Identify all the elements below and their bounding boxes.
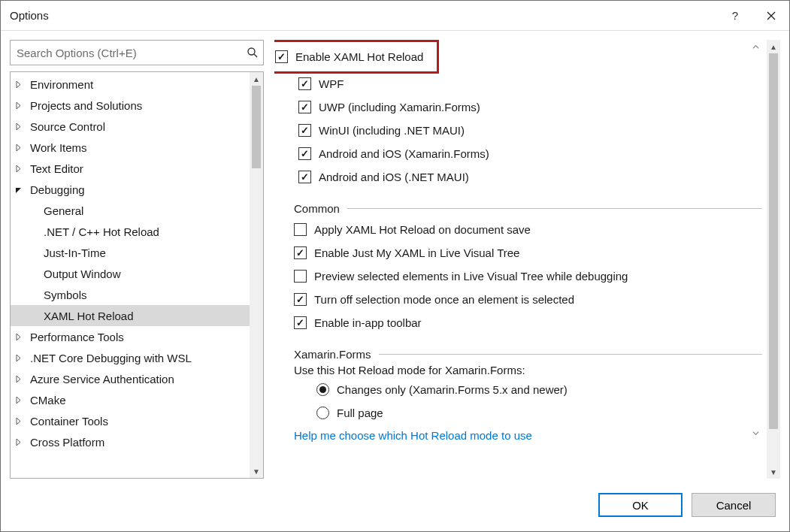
svg-line-1 <box>254 54 257 57</box>
chevron-right-icon <box>15 123 26 130</box>
tree-item[interactable]: Cross Platform <box>11 431 250 452</box>
common-option-checkbox[interactable]: Apply XAML Hot Reload on document save <box>274 218 762 241</box>
checkbox-label: UWP (including Xamarin.Forms) <box>319 101 480 113</box>
xamarin-section-header: Xamarin.Forms <box>274 348 762 361</box>
tree-item[interactable]: .NET / C++ Hot Reload <box>11 221 250 242</box>
tree-item[interactable]: Just-In-Time <box>11 242 250 263</box>
tree-item-label: Source Control <box>30 120 105 133</box>
platform-checkbox[interactable]: Android and iOS (.NET MAUI) <box>274 165 762 189</box>
radio-icon <box>316 407 329 419</box>
chevron-right-icon <box>15 397 26 404</box>
tree-item[interactable]: Source Control <box>11 116 250 137</box>
tree-item-label: General <box>44 204 83 217</box>
checkbox-label: WinUI (including .NET MAUI) <box>319 124 465 137</box>
checkbox-label: Turn off selection mode once an element … <box>314 293 574 306</box>
chevron-right-icon <box>15 165 26 172</box>
tree-item[interactable]: Output Window <box>11 263 250 284</box>
scroll-up-icon[interactable]: ▲ <box>767 40 780 53</box>
search-input[interactable] <box>17 47 247 59</box>
common-option-checkbox[interactable]: Preview selected elements in Live Visual… <box>274 264 762 288</box>
checkbox-icon <box>294 316 307 329</box>
content-scrollbar[interactable]: ▲ ▼ <box>767 40 780 479</box>
sidebar: EnvironmentProjects and SolutionsSource … <box>10 40 264 479</box>
tree-scrollbar[interactable]: ▲ ▼ <box>250 72 263 478</box>
section-label: Common <box>294 202 340 215</box>
tree-item[interactable]: Environment <box>11 74 250 95</box>
common-option-checkbox[interactable]: Enable in-app toolbar <box>274 311 762 334</box>
chevron-right-icon <box>15 81 26 88</box>
tree-item[interactable]: Symbols <box>11 284 250 305</box>
help-button[interactable]: ? <box>717 1 753 31</box>
radio-icon <box>316 383 329 396</box>
section-label: Xamarin.Forms <box>294 348 371 361</box>
tree-item-label: Symbols <box>44 289 87 301</box>
tree-item[interactable]: .NET Core Debugging with WSL <box>11 347 250 368</box>
tree-item[interactable]: CMake <box>11 389 250 410</box>
tree-item[interactable]: Text Editor <box>11 158 250 179</box>
options-panel: Enable XAML Hot Reload WPFUWP (including… <box>274 40 767 479</box>
platform-checkbox[interactable]: WinUI (including .NET MAUI) <box>274 119 762 142</box>
search-box[interactable] <box>10 40 264 65</box>
checkbox-icon <box>294 270 307 283</box>
checkbox-icon <box>275 50 288 63</box>
checkbox-icon <box>298 171 311 183</box>
options-dialog: Options ? EnvironmentProjects and Soluti… <box>0 0 790 532</box>
options-tree[interactable]: EnvironmentProjects and SolutionsSource … <box>11 72 250 478</box>
platform-checkbox[interactable]: UWP (including Xamarin.Forms) <box>274 95 762 119</box>
tree-item-label: Output Window <box>44 268 121 280</box>
xamarin-mode-radio[interactable]: Changes only (Xamarin.Forms 5.x and newe… <box>274 378 762 401</box>
checkbox-icon <box>294 223 307 236</box>
svg-point-0 <box>248 48 255 55</box>
collapse-panel-button[interactable] <box>749 40 762 53</box>
common-option-checkbox[interactable]: Turn off selection mode once an element … <box>274 288 762 311</box>
tree-item[interactable]: General <box>11 200 250 221</box>
checkbox-label: Android and iOS (.NET MAUI) <box>319 171 469 183</box>
common-option-checkbox[interactable]: Enable Just My XAML in Live Visual Tree <box>274 241 762 264</box>
checkbox-icon <box>298 124 311 137</box>
tree-item-label: Projects and Solutions <box>30 99 142 112</box>
xamarin-mode-radio[interactable]: Full page <box>274 401 762 425</box>
chevron-right-icon <box>15 439 26 446</box>
ok-button[interactable]: OK <box>598 493 683 517</box>
tree-item-label: .NET Core Debugging with WSL <box>30 352 192 364</box>
tree-item[interactable]: Debugging <box>11 179 250 200</box>
chevron-down-icon <box>15 186 26 193</box>
tree-item-label: Cross Platform <box>30 436 104 449</box>
chevron-right-icon <box>15 355 26 361</box>
close-button[interactable] <box>753 1 789 31</box>
checkbox-icon <box>298 101 311 113</box>
checkbox-icon <box>298 147 311 160</box>
checkbox-label: Preview selected elements in Live Visual… <box>314 270 628 283</box>
tree-item[interactable]: Performance Tools <box>11 326 250 347</box>
dialog-footer: OK Cancel <box>1 479 789 531</box>
enable-xaml-hot-reload-checkbox[interactable]: Enable XAML Hot Reload <box>275 45 423 68</box>
checkbox-icon <box>298 77 311 90</box>
scroll-thumb[interactable] <box>252 86 261 168</box>
hot-reload-help-link[interactable]: Help me choose which Hot Reload mode to … <box>274 429 532 442</box>
chevron-right-icon <box>15 376 26 382</box>
expand-panel-button[interactable] <box>749 427 762 440</box>
checkbox-label: Enable XAML Hot Reload <box>295 50 423 63</box>
tree-item-label: Performance Tools <box>30 331 124 343</box>
scroll-up-icon[interactable]: ▲ <box>250 72 263 86</box>
scroll-down-icon[interactable]: ▼ <box>250 464 263 478</box>
window-title: Options <box>10 9 49 22</box>
tree-item-label: Debugging <box>30 183 85 196</box>
platform-checkbox[interactable]: WPF <box>274 72 762 95</box>
scroll-thumb[interactable] <box>769 53 778 429</box>
tree-item[interactable]: Container Tools <box>11 410 250 431</box>
tree-item[interactable]: Work Items <box>11 137 250 158</box>
tree-item[interactable]: Azure Service Authentication <box>11 368 250 389</box>
checkbox-label: Enable in-app toolbar <box>314 316 422 329</box>
checkbox-label: Enable Just My XAML in Live Visual Tree <box>314 246 519 259</box>
radio-label: Full page <box>337 407 383 419</box>
checkbox-label: WPF <box>319 77 344 90</box>
scroll-down-icon[interactable]: ▼ <box>767 465 780 479</box>
tree-item[interactable]: XAML Hot Reload <box>11 305 250 326</box>
tree-item-label: Work Items <box>30 141 87 154</box>
cancel-button[interactable]: Cancel <box>692 493 776 517</box>
radio-label: Changes only (Xamarin.Forms 5.x and newe… <box>337 383 568 396</box>
tree-item-label: Just-In-Time <box>44 246 106 259</box>
tree-item[interactable]: Projects and Solutions <box>11 95 250 116</box>
platform-checkbox[interactable]: Android and iOS (Xamarin.Forms) <box>274 142 762 165</box>
